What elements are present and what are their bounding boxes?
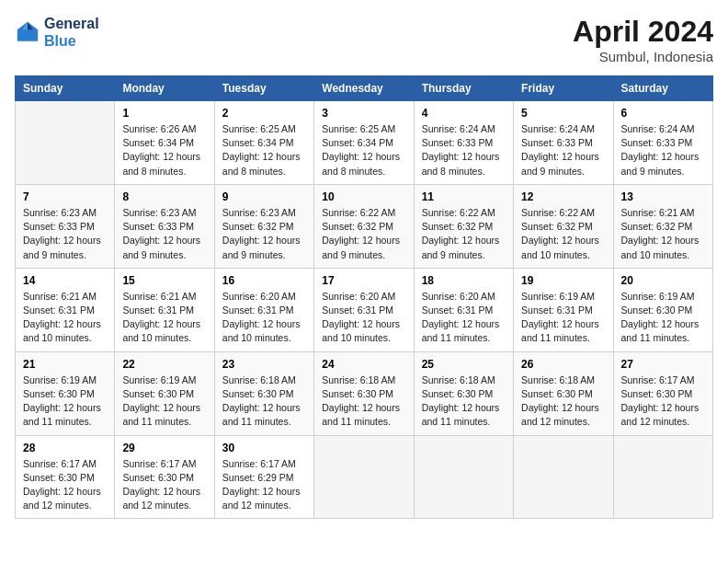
week-row-1: 1Sunrise: 6:26 AMSunset: 6:34 PMDaylight…: [16, 101, 713, 185]
day-number: 21: [23, 358, 107, 371]
daylight: Daylight: 12 hours and 8 minutes.: [222, 151, 301, 176]
day-info: Sunrise: 6:20 AMSunset: 6:31 PMDaylight:…: [322, 290, 405, 346]
day-info: Sunrise: 6:18 AMSunset: 6:30 PMDaylight:…: [521, 373, 605, 430]
day-info: Sunrise: 6:22 AMSunset: 6:32 PMDaylight:…: [521, 206, 605, 262]
week-row-2: 7Sunrise: 6:23 AMSunset: 6:33 PMDaylight…: [16, 184, 713, 268]
sunrise: Sunrise: 6:24 AM: [621, 123, 695, 134]
sunrise: Sunrise: 6:17 AM: [621, 374, 695, 385]
day-cell-19: 19Sunrise: 6:19 AMSunset: 6:31 PMDayligh…: [514, 268, 613, 351]
day-info: Sunrise: 6:24 AMSunset: 6:33 PMDaylight:…: [521, 122, 605, 178]
day-cell-5: 5Sunrise: 6:24 AMSunset: 6:33 PMDaylight…: [514, 101, 613, 185]
calendar-table: SundayMondayTuesdayWednesdayThursdayFrid…: [15, 75, 713, 519]
sunrise: Sunrise: 6:20 AM: [322, 291, 395, 302]
day-info: Sunrise: 6:20 AMSunset: 6:31 PMDaylight:…: [222, 290, 306, 346]
daylight: Daylight: 12 hours and 8 minutes.: [322, 151, 400, 176]
week-row-4: 21Sunrise: 6:19 AMSunset: 6:30 PMDayligh…: [16, 351, 713, 435]
day-cell-11: 11Sunrise: 6:22 AMSunset: 6:32 PMDayligh…: [414, 184, 513, 268]
daylight: Daylight: 12 hours and 10 minutes.: [322, 318, 400, 343]
day-number: 5: [521, 107, 605, 120]
sunset: Sunset: 6:32 PM: [521, 221, 593, 232]
daylight: Daylight: 12 hours and 11 minutes.: [222, 402, 301, 427]
sunrise: Sunrise: 6:19 AM: [122, 374, 196, 385]
day-number: 10: [322, 190, 405, 203]
weekday-header-tuesday: Tuesday: [214, 76, 313, 101]
day-info: Sunrise: 6:18 AMSunset: 6:30 PMDaylight:…: [222, 373, 306, 430]
day-number: 4: [422, 107, 506, 120]
day-number: 8: [122, 190, 206, 203]
sunset: Sunset: 6:30 PM: [122, 388, 194, 399]
day-info: Sunrise: 6:24 AMSunset: 6:33 PMDaylight:…: [422, 122, 506, 178]
day-cell-21: 21Sunrise: 6:19 AMSunset: 6:30 PMDayligh…: [16, 351, 115, 435]
day-number: 6: [621, 107, 705, 120]
sunrise: Sunrise: 6:17 AM: [122, 458, 196, 469]
daylight: Daylight: 12 hours and 9 minutes.: [122, 235, 200, 259]
daylight: Daylight: 12 hours and 11 minutes.: [23, 402, 101, 427]
day-number: 22: [122, 358, 206, 371]
sunrise: Sunrise: 6:18 AM: [521, 374, 595, 385]
day-cell-14: 14Sunrise: 6:21 AMSunset: 6:31 PMDayligh…: [16, 268, 115, 351]
day-info: Sunrise: 6:23 AMSunset: 6:32 PMDaylight:…: [222, 206, 306, 262]
day-info: Sunrise: 6:25 AMSunset: 6:34 PMDaylight:…: [322, 122, 405, 178]
day-cell-15: 15Sunrise: 6:21 AMSunset: 6:31 PMDayligh…: [115, 268, 214, 351]
daylight: Daylight: 12 hours and 9 minutes.: [23, 235, 101, 259]
daylight: Daylight: 12 hours and 10 minutes.: [621, 235, 700, 259]
day-cell-25: 25Sunrise: 6:18 AMSunset: 6:30 PMDayligh…: [414, 351, 513, 435]
sunrise: Sunrise: 6:25 AM: [322, 123, 395, 134]
sunset: Sunset: 6:31 PM: [122, 304, 194, 316]
daylight: Daylight: 12 hours and 8 minutes.: [422, 151, 500, 176]
sunset: Sunset: 6:31 PM: [322, 304, 393, 316]
logo-line1: General: [44, 15, 99, 32]
sunrise: Sunrise: 6:18 AM: [222, 374, 296, 385]
sunset: Sunset: 6:33 PM: [23, 221, 95, 232]
sunrise: Sunrise: 6:24 AM: [521, 123, 595, 134]
page-header: General Blue April 2024 Sumbul, Indonesi…: [15, 15, 713, 64]
daylight: Daylight: 12 hours and 10 minutes.: [122, 318, 200, 343]
day-info: Sunrise: 6:22 AMSunset: 6:32 PMDaylight:…: [422, 206, 506, 262]
sunrise: Sunrise: 6:17 AM: [23, 458, 97, 469]
day-cell-24: 24Sunrise: 6:18 AMSunset: 6:30 PMDayligh…: [314, 351, 414, 435]
sunrise: Sunrise: 6:23 AM: [23, 207, 97, 218]
sunset: Sunset: 6:32 PM: [621, 221, 693, 232]
sunrise: Sunrise: 6:22 AM: [322, 207, 395, 218]
sunset: Sunset: 6:34 PM: [322, 137, 393, 148]
sunset: Sunset: 6:33 PM: [521, 137, 593, 148]
sunset: Sunset: 6:34 PM: [122, 137, 194, 148]
week-row-5: 28Sunrise: 6:17 AMSunset: 6:30 PMDayligh…: [16, 435, 713, 519]
sunrise: Sunrise: 6:25 AM: [222, 123, 296, 134]
sunset: Sunset: 6:32 PM: [222, 221, 294, 232]
day-cell-4: 4Sunrise: 6:24 AMSunset: 6:33 PMDaylight…: [414, 101, 513, 185]
logo-icon: [15, 19, 40, 45]
daylight: Daylight: 12 hours and 11 minutes.: [422, 402, 500, 427]
sunset: Sunset: 6:31 PM: [422, 304, 494, 316]
day-info: Sunrise: 6:21 AMSunset: 6:32 PMDaylight:…: [621, 206, 705, 262]
day-cell-29: 29Sunrise: 6:17 AMSunset: 6:30 PMDayligh…: [115, 435, 214, 519]
day-cell-30: 30Sunrise: 6:17 AMSunset: 6:29 PMDayligh…: [214, 435, 313, 519]
sunrise: Sunrise: 6:23 AM: [222, 207, 296, 218]
daylight: Daylight: 12 hours and 10 minutes.: [23, 318, 101, 343]
empty-cell: [613, 435, 712, 519]
day-info: Sunrise: 6:21 AMSunset: 6:31 PMDaylight:…: [122, 290, 206, 346]
sunset: Sunset: 6:30 PM: [422, 388, 494, 399]
sunset: Sunset: 6:30 PM: [621, 304, 693, 316]
sunset: Sunset: 6:30 PM: [23, 472, 95, 483]
day-cell-9: 9Sunrise: 6:23 AMSunset: 6:32 PMDaylight…: [214, 184, 313, 268]
day-number: 7: [23, 190, 107, 203]
sunrise: Sunrise: 6:22 AM: [422, 207, 495, 218]
empty-cell: [16, 101, 115, 185]
day-info: Sunrise: 6:17 AMSunset: 6:29 PMDaylight:…: [222, 457, 306, 513]
sunset: Sunset: 6:33 PM: [621, 137, 693, 148]
day-info: Sunrise: 6:17 AMSunset: 6:30 PMDaylight:…: [621, 373, 705, 430]
day-cell-7: 7Sunrise: 6:23 AMSunset: 6:33 PMDaylight…: [16, 184, 115, 268]
empty-cell: [514, 435, 613, 519]
day-info: Sunrise: 6:17 AMSunset: 6:30 PMDaylight:…: [23, 457, 107, 513]
day-number: 26: [521, 358, 605, 371]
sunrise: Sunrise: 6:18 AM: [422, 374, 495, 385]
logo: General Blue: [15, 15, 99, 50]
daylight: Daylight: 12 hours and 9 minutes.: [621, 151, 700, 176]
day-number: 23: [222, 358, 306, 371]
day-info: Sunrise: 6:17 AMSunset: 6:30 PMDaylight:…: [122, 457, 206, 513]
day-info: Sunrise: 6:19 AMSunset: 6:30 PMDaylight:…: [621, 290, 705, 346]
day-cell-1: 1Sunrise: 6:26 AMSunset: 6:34 PMDaylight…: [115, 101, 214, 185]
sunset: Sunset: 6:33 PM: [122, 221, 194, 232]
sunset: Sunset: 6:31 PM: [222, 304, 294, 316]
